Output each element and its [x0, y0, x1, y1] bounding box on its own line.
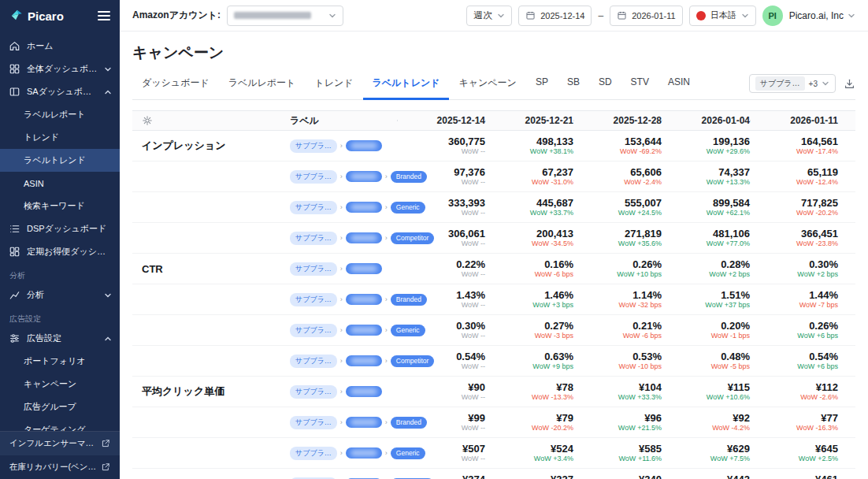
sidebar-footer-item-1[interactable]: 在庫リカバリー(ベンダー)	[0, 455, 120, 479]
value-cell: ¥92WoW -4.2%	[662, 412, 750, 433]
subbrand-label-chip[interactable]: サブブラ…	[290, 201, 337, 214]
value-cell: ¥96WoW +21.5%	[573, 412, 662, 433]
redacted-label-chip[interactable]	[346, 171, 382, 182]
sidebar-subitem-label: ASIN	[24, 179, 44, 188]
redacted-label-chip[interactable]	[346, 263, 382, 274]
subbrand-label-chip[interactable]: サブブラ…	[290, 293, 337, 306]
wow-value: WoW +35.6%	[573, 240, 662, 248]
tab-4[interactable]: キャンペーン	[449, 69, 525, 100]
redacted-label-chip[interactable]	[346, 232, 382, 243]
period-select[interactable]: 週次	[466, 6, 512, 26]
chevron-right-separator-icon: ›	[384, 418, 388, 426]
sidebar-header: Picaro	[0, 0, 120, 32]
redacted-label-chip[interactable]	[346, 386, 382, 397]
column-header-week-5[interactable]: 2026-01-11	[750, 115, 855, 126]
chevron-right-separator-icon: ›	[384, 357, 388, 365]
avatar[interactable]: PI	[762, 6, 783, 26]
subbrand-label-chip[interactable]: サブブラ…	[290, 170, 337, 184]
tab-2[interactable]: トレンド	[305, 69, 362, 100]
value-cell: ¥90WoW --	[397, 381, 485, 403]
column-header-week-4[interactable]: 2026-01-04	[662, 115, 750, 126]
sidebar-item-0[interactable]: ホーム	[0, 35, 120, 58]
wow-value: WoW +33.7%	[485, 209, 573, 217]
label-filter-select[interactable]: サブブラ… +3	[749, 74, 836, 93]
column-header-week-1[interactable]: 2025-12-14	[397, 115, 485, 126]
sidebar-item-11[interactable]: 分析	[0, 284, 120, 306]
label-cell: サブブラ…›	[290, 262, 397, 276]
sidebar-item-8[interactable]: DSPダッシュボード	[0, 217, 120, 240]
picaro-logo[interactable]: Picaro	[9, 8, 64, 24]
subbrand-label-chip[interactable]: サブブラ…	[290, 324, 337, 337]
gear-icon[interactable]	[142, 115, 153, 126]
metric-value: 65,119	[750, 166, 838, 179]
wow-prefix: WoW	[530, 147, 547, 155]
hamburger-menu-icon[interactable]	[98, 9, 110, 23]
wow-prefix: WoW	[618, 240, 636, 247]
redacted-label-chip[interactable]	[346, 417, 382, 428]
value-cell: 74,337WoW +13.3%	[662, 166, 750, 188]
sidebar-item-9[interactable]: 定期お得便ダッシュボ…	[0, 240, 120, 263]
subbrand-label-chip[interactable]: サブブラ…	[290, 355, 337, 368]
tab-0[interactable]: ダッシュボード	[132, 69, 219, 100]
metric-value: 0.30%	[397, 320, 485, 332]
subbrand-label-chip[interactable]: サブブラ…	[290, 447, 337, 460]
wow-prefix: WoW	[532, 240, 549, 247]
download-button[interactable]	[844, 78, 855, 90]
sidebar-item-2[interactable]: SAダッシュボード	[0, 80, 120, 103]
page-title: キャンペーン	[132, 43, 855, 63]
wow-value: WoW -7 bps	[750, 301, 838, 310]
sidebar-subitem-7[interactable]: 検索キーワード	[0, 195, 120, 217]
redacted-label-chip[interactable]	[346, 294, 382, 305]
org-menu[interactable]: Picaro.ai, Inc	[789, 10, 855, 21]
amazon-account-select[interactable]	[227, 6, 343, 26]
tab-6[interactable]: SB	[558, 69, 589, 100]
redacted-label-chip[interactable]	[346, 140, 382, 151]
tab-7[interactable]: SD	[589, 69, 621, 100]
metric-value: ¥340	[573, 473, 662, 479]
chevron-right-separator-icon: ›	[339, 173, 343, 180]
sidebar-subitem-15[interactable]: キャンペーン	[0, 373, 120, 395]
sidebar-subitem-16[interactable]: 広告グループ	[0, 395, 120, 418]
column-header-week-3[interactable]: 2025-12-28	[573, 115, 662, 126]
wow-delta: -31.0%	[551, 178, 573, 186]
column-header-week-2[interactable]: 2025-12-21	[485, 115, 573, 126]
table-row: サブブラ…››Competitor306,061WoW --200,413WoW…	[132, 223, 855, 254]
metric-value: ¥645	[750, 443, 838, 455]
sidebar-item-13[interactable]: 広告設定	[0, 327, 120, 350]
tab-9[interactable]: ASIN	[658, 69, 699, 100]
language-select[interactable]: 日本語	[689, 6, 756, 26]
tab-8[interactable]: STV	[621, 69, 658, 100]
sidebar-item-1[interactable]: 全体ダッシュボード	[0, 58, 120, 80]
redacted-label-chip[interactable]	[346, 202, 382, 213]
date-from-input[interactable]: 2025-12-14	[518, 6, 592, 26]
wow-prefix: WoW	[707, 178, 724, 186]
sidebar-footer-item-0[interactable]: インフルエンサーマーケ	[0, 432, 120, 455]
tab-5[interactable]: SP	[526, 69, 558, 100]
redacted-label-chip[interactable]	[346, 325, 382, 336]
label-chips: サブブラ…›	[290, 139, 382, 153]
metric-cell: インプレッション	[132, 139, 290, 153]
subbrand-label-chip[interactable]: サブブラ…	[290, 385, 337, 399]
redacted-label-chip[interactable]	[346, 447, 382, 459]
sidebar-subitem-6[interactable]: ASIN	[0, 172, 120, 195]
subbrand-label-chip[interactable]: サブブラ…	[290, 416, 337, 429]
wow-value: WoW -10 bps	[573, 362, 662, 371]
value-cell: 1.44%WoW -7 bps	[750, 289, 855, 310]
sidebar-subitem-5[interactable]: ラベルトレンド	[0, 149, 120, 172]
column-header-label[interactable]: ラベル	[290, 114, 397, 128]
wow-prefix: WoW	[462, 393, 479, 401]
sidebar-subitem-3[interactable]: ラベルレポート	[0, 103, 120, 126]
subbrand-label-chip[interactable]: サブブラ…	[290, 262, 337, 276]
tab-1[interactable]: ラベルレポート	[219, 69, 306, 100]
sidebar-item-label: ホーム	[27, 40, 112, 52]
value-cell: 360,775WoW --	[397, 136, 485, 157]
sidebar-subitem-14[interactable]: ポートフォリオ	[0, 350, 120, 373]
wow-prefix: WoW	[462, 178, 479, 186]
subbrand-label-chip[interactable]: サブブラ…	[290, 232, 337, 245]
wow-delta: -10 bps	[638, 362, 662, 370]
tab-3[interactable]: ラベルトレンド	[363, 69, 450, 100]
sidebar-subitem-4[interactable]: トレンド	[0, 126, 120, 149]
date-to-input[interactable]: 2026-01-11	[610, 6, 682, 26]
redacted-label-chip[interactable]	[346, 355, 382, 366]
subbrand-label-chip[interactable]: サブブラ…	[290, 139, 337, 153]
